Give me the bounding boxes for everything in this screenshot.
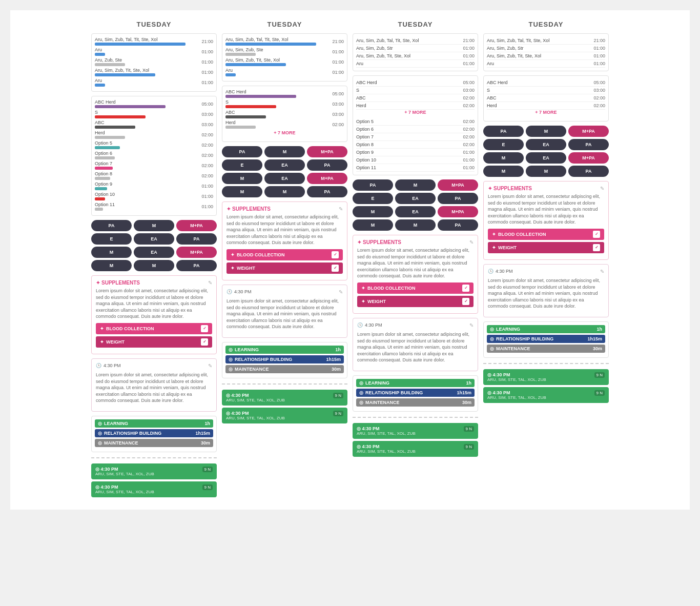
option-btn[interactable]: M — [91, 247, 132, 258]
activity-row[interactable]: ◎ RELATIONSHIP BUILDING 1h15m — [356, 389, 475, 397]
option-btn[interactable]: M+PA — [307, 146, 347, 157]
weight-row[interactable]: ✦ WEIGHT ✓ — [96, 336, 212, 348]
weight-check-icon[interactable]: ✓ — [593, 244, 600, 251]
more-link[interactable]: + 7 MORE — [225, 130, 344, 135]
option-btn[interactable]: EA — [134, 233, 174, 245]
edit-time-icon[interactable]: ✎ — [469, 322, 473, 328]
edit-time-icon[interactable]: ✎ — [208, 363, 212, 369]
event-card[interactable]: ◎ 4:30 PM ARU, SIM, STE, TAL, XOL, ZUB 9… — [483, 387, 609, 403]
option-btn[interactable]: E — [91, 233, 132, 245]
activity-row[interactable]: ◎ MAINTENANCE 30m — [95, 439, 213, 447]
event-card[interactable]: ◎ 4:30 PM ARU, SIM, STE, TAL, XOL, ZUB 9… — [483, 369, 609, 385]
option-btn[interactable]: E — [353, 193, 393, 204]
option-btn[interactable]: M+PA — [438, 179, 478, 191]
activity-row[interactable]: ◎ LEARNING 1h — [356, 379, 475, 387]
option-btn[interactable]: EA — [526, 152, 566, 164]
schedule-name: S — [356, 88, 359, 93]
activity-row[interactable]: ◎ RELATIONSHIP BUILDING 1h15m — [225, 355, 344, 363]
option-btn[interactable]: E — [483, 139, 524, 150]
event-card[interactable]: ◎ 4:30 PM ARU, SIM, STE, TAL, XOL, ZUB 9… — [91, 463, 217, 479]
more-link[interactable]: + 7 MORE — [356, 110, 475, 115]
blood-check-icon[interactable]: ✓ — [332, 251, 339, 258]
blood-check-icon[interactable]: ✓ — [201, 325, 208, 332]
option-btn[interactable]: M — [353, 219, 393, 231]
event-card[interactable]: ◎ 4:30 PM ARU, SIM, STE, TAL, XOL, ZUB 9… — [222, 408, 347, 423]
option-btn[interactable]: E — [222, 159, 262, 171]
activity-row[interactable]: ◎ LEARNING 1h — [487, 325, 605, 333]
blood-check-icon[interactable]: ✓ — [462, 285, 469, 292]
activity-row[interactable]: ◎ RELATIONSHIP BUILDING 1h15m — [95, 429, 213, 437]
option-btn[interactable]: PA — [91, 220, 132, 231]
option-btn[interactable]: PA — [222, 146, 262, 157]
activity-row[interactable]: ◎ MAINTENANCE 30m — [225, 365, 344, 373]
activity-row[interactable]: ◎ LEARNING 1h — [225, 346, 344, 354]
schedule-time: 01:00 — [199, 204, 213, 209]
schedule-time: 02:00 — [593, 103, 605, 108]
edit-time-icon[interactable]: ✎ — [339, 289, 343, 295]
option-btn[interactable]: M+PA — [176, 247, 217, 258]
option-btn[interactable]: EA — [395, 193, 436, 204]
event-card[interactable]: ◎ 4:30 PM ARU, SIM, STE, TAL, XOL, ZUB 9… — [91, 481, 217, 497]
option-btn[interactable]: EA — [395, 206, 436, 217]
option-btn[interactable]: M — [134, 220, 174, 231]
event-card[interactable]: ◎ 4:30 PM ARU, SIM, STE, TAL, XOL, ZUB 9… — [353, 423, 478, 439]
option-btn[interactable]: EA — [264, 159, 305, 171]
option-btn[interactable]: M — [526, 126, 566, 137]
option-btn[interactable]: PA — [353, 179, 393, 191]
option-btn[interactable]: M — [91, 260, 132, 271]
option-btn[interactable]: PA — [568, 166, 609, 177]
option-btn[interactable]: PA — [307, 186, 347, 197]
option-btn[interactable]: PA — [483, 126, 524, 137]
option-btn[interactable]: M+PA — [176, 220, 217, 231]
option-btn[interactable]: M — [395, 219, 436, 231]
option-btn[interactable]: EA — [264, 173, 305, 184]
edit-supplements-icon[interactable]: ✎ — [208, 280, 212, 286]
option-btn[interactable]: PA — [438, 219, 478, 231]
option-btn[interactable]: M — [222, 186, 262, 197]
blood-collection-row[interactable]: ✦ BLOOD COLLECTION ✓ — [96, 323, 212, 334]
blood-collection-row[interactable]: ✦ BLOOD COLLECTION ✓ — [488, 229, 604, 240]
option-btn[interactable]: PA — [568, 139, 609, 150]
option-btn[interactable]: PA — [307, 159, 347, 171]
activity-duration: 1h15m — [195, 431, 210, 436]
weight-row[interactable]: ✦ WEIGHT ✓ — [357, 296, 473, 307]
blood-collection-row[interactable]: ✦ BLOOD COLLECTION ✓ — [357, 282, 473, 294]
activity-row[interactable]: ◎ MAINTENANCE 30m — [356, 398, 475, 407]
edit-supplements-icon[interactable]: ✎ — [469, 239, 473, 245]
option-btn[interactable]: PA — [176, 260, 217, 271]
option-btn[interactable]: M+PA — [568, 152, 609, 164]
edit-time-icon[interactable]: ✎ — [600, 269, 604, 274]
weight-check-icon[interactable]: ✓ — [462, 298, 469, 305]
activity-row[interactable]: ◎ MAINTENANCE 30m — [487, 345, 605, 353]
activity-duration: 30m — [593, 346, 602, 351]
event-card[interactable]: ◎ 4:30 PM ARU, SIM, STE, TAL, XOL, ZUB 9… — [222, 390, 347, 406]
option-btn[interactable]: M+PA — [568, 126, 609, 137]
weight-row[interactable]: ✦ WEIGHT ✓ — [488, 242, 604, 253]
option-btn[interactable]: EA — [134, 247, 174, 258]
activity-row[interactable]: ◎ RELATIONSHIP BUILDING 1h15m — [487, 335, 605, 343]
option-btn[interactable]: M — [264, 186, 305, 197]
option-btn[interactable]: PA — [438, 193, 478, 204]
event-card[interactable]: ◎ 4:30 PM ARU, SIM, STE, TAL, XOL, ZUB 9… — [353, 441, 478, 457]
option-btn[interactable]: PA — [176, 233, 217, 245]
edit-supplements-icon[interactable]: ✎ — [600, 186, 604, 191]
blood-collection-row[interactable]: ✦ BLOOD COLLECTION ✓ — [227, 249, 343, 260]
option-btn[interactable]: EA — [526, 139, 566, 150]
option-btn[interactable]: M+PA — [438, 206, 478, 217]
weight-row[interactable]: ✦ WEIGHT ✓ — [227, 262, 343, 274]
weight-check-icon[interactable]: ✓ — [201, 338, 208, 346]
weight-check-icon[interactable]: ✓ — [332, 265, 339, 272]
option-btn[interactable]: M — [526, 166, 566, 177]
option-btn[interactable]: M — [134, 260, 174, 271]
option-btn[interactable]: M — [353, 206, 393, 217]
more-link[interactable]: + 7 MORE — [487, 110, 605, 115]
option-btn[interactable]: M — [264, 146, 305, 157]
option-btn[interactable]: M — [483, 166, 524, 177]
activity-row[interactable]: ◎ LEARNING 1h — [95, 419, 213, 428]
option-btn[interactable]: M — [395, 179, 436, 191]
edit-supplements-icon[interactable]: ✎ — [339, 206, 343, 212]
option-btn[interactable]: M+PA — [307, 173, 347, 184]
option-btn[interactable]: M — [222, 173, 262, 184]
option-btn[interactable]: M — [483, 152, 524, 164]
blood-check-icon[interactable]: ✓ — [593, 231, 600, 238]
